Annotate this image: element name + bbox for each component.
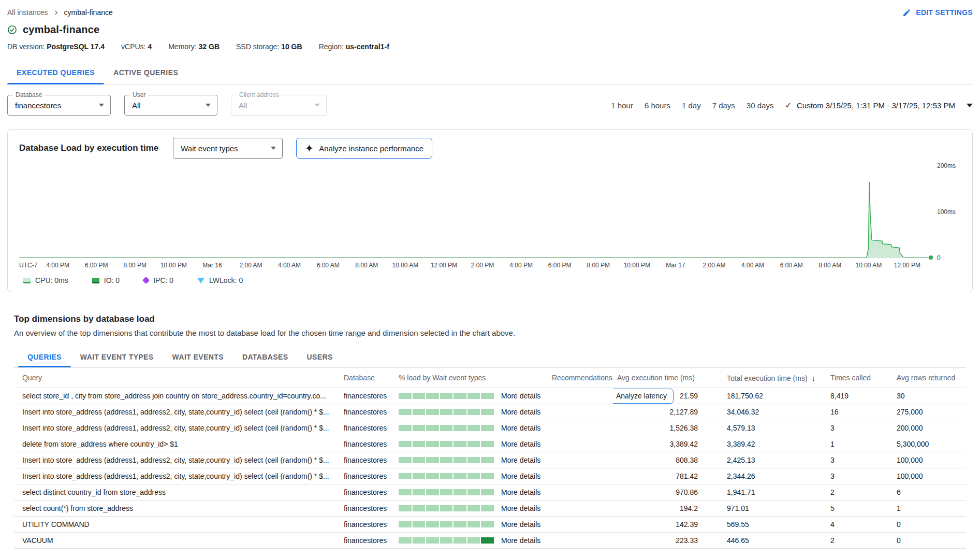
- edit-settings-button[interactable]: EDIT SETTINGS: [902, 8, 973, 17]
- column-header-avg-rows-returned[interactable]: Avg rows returned: [893, 368, 966, 388]
- query-cell[interactable]: Insert into store_address (address1, add…: [14, 468, 340, 484]
- load-bar-segment: [467, 457, 480, 463]
- query-cell[interactable]: UTILITY COMMAND: [14, 517, 340, 533]
- recommendations-cell: [548, 468, 613, 484]
- analyze-latency-button[interactable]: Analyze latency: [613, 389, 674, 404]
- analyze-latency-label: Analyze latency: [616, 392, 667, 400]
- page-title: cymbal-finance: [23, 24, 99, 36]
- more-details-link[interactable]: More details: [501, 392, 540, 400]
- more-details-link[interactable]: More details: [501, 408, 540, 416]
- column-header-recommendations[interactable]: Recommendations: [548, 368, 613, 388]
- tab-active-queries[interactable]: ACTIVE QUERIES: [104, 61, 187, 84]
- column-header-times-called[interactable]: Times called: [826, 368, 893, 388]
- diamond-legend-icon: [142, 277, 150, 284]
- load-bar-segment: [454, 441, 466, 447]
- recommendations-cell: [548, 420, 613, 436]
- load-bar-segment: [413, 425, 426, 431]
- load-card-header: Database Load by execution time Wait eve…: [19, 138, 961, 159]
- dimension-tab-wait-events[interactable]: WAIT EVENTS: [163, 347, 233, 367]
- column-header-total-execution-time-ms[interactable]: Total execution time (ms)↓: [723, 368, 826, 388]
- column-header-database[interactable]: Database: [340, 368, 394, 388]
- y-axis-tick: 200ms: [937, 162, 956, 169]
- query-cell[interactable]: Insert into store_address (address1, add…: [14, 452, 340, 468]
- legend-label: IO: 0: [104, 276, 120, 284]
- query-cell[interactable]: select distinct country_id from store_ad…: [14, 484, 340, 501]
- load-bar: [399, 473, 494, 479]
- query-cell[interactable]: Insert into store_address (address1, add…: [14, 404, 340, 420]
- load-bar-segment: [426, 393, 439, 399]
- more-details-link[interactable]: More details: [501, 440, 540, 448]
- avg-rows-cell: 30: [893, 388, 966, 404]
- load-cell: More details: [394, 388, 548, 404]
- avg-execution-cell: 194.2: [613, 501, 723, 517]
- more-details-link[interactable]: More details: [501, 536, 540, 545]
- dimension-tab-databases[interactable]: DATABASES: [233, 347, 298, 367]
- load-bar-segment: [467, 441, 480, 447]
- avg-rows-cell: 275,000: [893, 404, 966, 420]
- load-bar-segment: [399, 537, 412, 544]
- time-range-6-hours[interactable]: 6 hours: [645, 101, 670, 110]
- analyze-instance-performance-button[interactable]: Analyze instance performance: [296, 138, 432, 159]
- load-bar-segment: [426, 425, 439, 431]
- query-cell[interactable]: Insert into store_address (address1, add…: [14, 420, 340, 436]
- tab-executed-queries[interactable]: EXECUTED QUERIES: [7, 61, 104, 84]
- time-range-1-hour[interactable]: 1 hour: [611, 101, 633, 110]
- load-bar-segment: [426, 457, 439, 463]
- table-row: Insert into store_address (address1, add…: [14, 468, 966, 484]
- load-bar-segment: [481, 425, 494, 431]
- load-bar-segment: [413, 409, 426, 415]
- query-cell[interactable]: VACUUM: [14, 533, 340, 549]
- x-axis-tick: 10:00 AM: [392, 262, 418, 269]
- dimension-select[interactable]: Wait event types: [173, 138, 283, 159]
- instance-meta-label: SSD storage:: [236, 42, 281, 51]
- load-bar-group: More details: [399, 456, 544, 464]
- query-cell[interactable]: select count(*) from store_address: [14, 501, 340, 517]
- more-details-link[interactable]: More details: [501, 472, 540, 480]
- instance-meta-label: DB version:: [7, 42, 47, 51]
- load-bar-segment: [440, 409, 453, 415]
- times-called-cell: 4: [826, 517, 893, 533]
- chart-legend: CPU: 0msIO: 0IPC: 0LWLock: 0: [19, 276, 961, 284]
- top-dimensions-description: An overview of the top dimensions that c…: [14, 329, 966, 337]
- more-details-link[interactable]: More details: [501, 456, 540, 464]
- dropdown-arrow-icon: [315, 104, 320, 107]
- recommendations-cell: [548, 533, 613, 549]
- column-header-load-by-wait-event-types[interactable]: % load by Wait event types: [394, 368, 548, 388]
- breadcrumb-all-instances[interactable]: All instances: [7, 8, 48, 17]
- time-range-30-days[interactable]: 30 days: [747, 101, 774, 110]
- database-filter-select[interactable]: Database financestores: [7, 95, 111, 116]
- query-cell[interactable]: select store_id , city from store_addres…: [14, 388, 340, 404]
- x-axis-tick: 6:00 PM: [85, 262, 108, 269]
- column-header-avg-execution-time-ms[interactable]: Avg execution time (ms): [613, 368, 723, 388]
- more-details-link[interactable]: More details: [501, 424, 540, 432]
- more-details-link[interactable]: More details: [501, 504, 540, 512]
- total-execution-cell: 2,344.26: [723, 468, 826, 484]
- main-tabs: EXECUTED QUERIESACTIVE QUERIES: [7, 61, 973, 84]
- more-details-link[interactable]: More details: [501, 488, 540, 496]
- column-header-query[interactable]: Query: [14, 368, 340, 388]
- x-axis-tick: 6:00 AM: [317, 262, 340, 269]
- database-cell: financestores: [340, 517, 394, 533]
- avg-execution-cell: 1,526.38: [613, 420, 723, 436]
- x-axis-tick: 8:00 AM: [355, 262, 378, 269]
- load-bar: [399, 489, 494, 495]
- x-axis-tick: 2:00 PM: [471, 262, 494, 269]
- more-details-link[interactable]: More details: [501, 520, 540, 529]
- time-range-dropdown-icon[interactable]: [967, 104, 973, 107]
- instance-meta-item: vCPUs: 4: [121, 42, 152, 51]
- avg-execution-value-wrap: 3,389.42: [617, 440, 719, 448]
- time-range-1-day[interactable]: 1 day: [682, 101, 701, 110]
- time-range-custom[interactable]: ✓Custom 3/15/25, 1:31 PM - 3/17/25, 12:5…: [785, 101, 955, 110]
- user-filter-select[interactable]: User All: [124, 95, 217, 116]
- avg-execution-value-wrap: 808.38: [617, 456, 719, 464]
- dimension-tab-wait-event-types[interactable]: WAIT EVENT TYPES: [71, 347, 163, 367]
- instance-meta-item: Memory: 32 GB: [168, 42, 220, 51]
- dimension-tab-queries[interactable]: QUERIES: [18, 347, 71, 367]
- time-range-7-days[interactable]: 7 days: [712, 101, 735, 110]
- dimension-tab-users[interactable]: USERS: [298, 347, 342, 367]
- load-bar-segment: [481, 457, 494, 463]
- query-cell[interactable]: delete from store_address where country_…: [14, 436, 340, 452]
- database-cell: financestores: [340, 501, 394, 517]
- load-bar-group: More details: [399, 536, 544, 545]
- queries-table-head-row: QueryDatabase% load by Wait event typesR…: [14, 368, 966, 388]
